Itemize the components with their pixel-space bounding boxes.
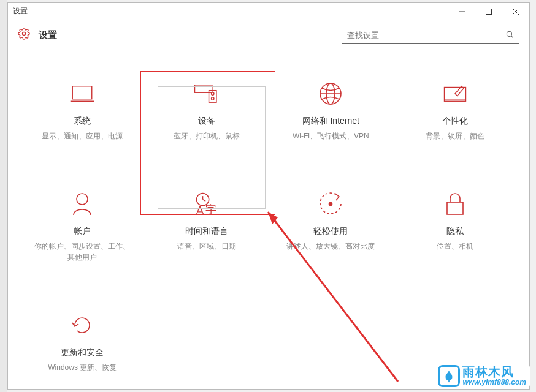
close-icon (513, 9, 519, 15)
tile-subtitle: 显示、通知、应用、电源 (42, 130, 123, 141)
tile-subtitle: 语音、区域、日期 (177, 241, 236, 252)
tile-time-language[interactable]: 字 时间和语言 语音、区域、日期 (145, 184, 269, 269)
minimize-button[interactable] (448, 3, 475, 20)
svg-rect-7 (73, 86, 93, 99)
update-icon (70, 312, 94, 339)
gear-icon (18, 28, 30, 42)
content-area: 系统 显示、通知、应用、电源 设备 蓝牙、打印机、鼠标 网络和 Internet… (8, 50, 529, 389)
svg-point-5 (507, 31, 511, 36)
tile-title: 个性化 (442, 116, 468, 127)
svg-rect-26 (447, 202, 463, 214)
ease-of-access-icon (318, 190, 343, 217)
tile-title: 网络和 Internet (302, 116, 359, 127)
maximize-button[interactable] (475, 3, 502, 20)
tile-update-security[interactable]: 更新和安全 Windows 更新、恢复 (20, 306, 145, 379)
svg-line-6 (511, 36, 513, 37)
tile-system[interactable]: 系统 显示、通知、应用、电源 (20, 74, 145, 148)
watermark-icon (438, 365, 460, 387)
svg-rect-1 (486, 9, 492, 14)
svg-point-4 (23, 32, 26, 36)
search-box[interactable] (342, 26, 519, 44)
tile-title: 设备 (198, 116, 215, 127)
tile-accounts[interactable]: 帐户 你的帐户、同步设置、工作、其他用户 (20, 184, 145, 269)
page-title: 设置 (39, 29, 57, 41)
time-language-icon: 字 (193, 190, 220, 217)
tile-title: 帐户 (74, 226, 91, 237)
tile-subtitle: Windows 更新、恢复 (48, 362, 117, 373)
minimize-icon (459, 9, 465, 15)
tile-title: 更新和安全 (61, 347, 104, 358)
tile-title: 轻松使用 (313, 226, 348, 237)
svg-text:字: 字 (205, 203, 216, 216)
svg-point-11 (211, 92, 213, 95)
personalization-icon (442, 80, 468, 107)
tile-title: 系统 (74, 116, 91, 127)
maximize-icon (486, 9, 492, 15)
tile-title: 隐私 (446, 226, 464, 237)
tile-subtitle: 讲述人、放大镜、高对比度 (286, 241, 375, 252)
tile-subtitle: 蓝牙、打印机、鼠标 (174, 130, 240, 141)
lock-icon (445, 190, 465, 217)
tile-subtitle: 背景、锁屏、颜色 (426, 130, 484, 141)
tile-network[interactable]: 网络和 Internet Wi-Fi、飞行模式、VPN (269, 74, 393, 148)
svg-rect-29 (448, 380, 450, 383)
header: 设置 (8, 20, 529, 50)
svg-point-20 (77, 194, 88, 205)
settings-window: 设置 设置 (7, 2, 530, 390)
devices-icon (193, 80, 221, 107)
globe-icon (318, 80, 343, 107)
tile-ease-of-access[interactable]: 轻松使用 讲述人、放大镜、高对比度 (269, 184, 393, 269)
person-icon (71, 190, 93, 217)
watermark-url: www.ylmf888.com (462, 379, 526, 386)
tile-title: 时间和语言 (185, 226, 228, 237)
window-controls (448, 3, 529, 20)
window-title: 设置 (13, 6, 28, 17)
display-icon (69, 80, 95, 107)
watermark-title: 雨林木风 (462, 366, 526, 379)
titlebar: 设置 (8, 3, 529, 20)
tile-subtitle: 你的帐户、同步设置、工作、其他用户 (33, 241, 131, 263)
watermark: 雨林木风 www.ylmf888.com (434, 364, 530, 388)
close-button[interactable] (502, 3, 529, 20)
tile-subtitle: 位置、相机 (437, 241, 473, 252)
tile-personalization[interactable]: 个性化 背景、锁屏、颜色 (393, 74, 518, 148)
tile-subtitle: Wi-Fi、飞行模式、VPN (293, 130, 369, 141)
tile-privacy[interactable]: 隐私 位置、相机 (393, 184, 518, 269)
tile-devices[interactable]: 设备 蓝牙、打印机、鼠标 (145, 74, 269, 148)
search-input[interactable] (347, 31, 500, 40)
svg-line-23 (202, 200, 205, 202)
svg-rect-9 (194, 85, 212, 92)
search-icon (505, 30, 514, 40)
svg-point-25 (329, 203, 332, 206)
svg-point-12 (211, 97, 213, 100)
